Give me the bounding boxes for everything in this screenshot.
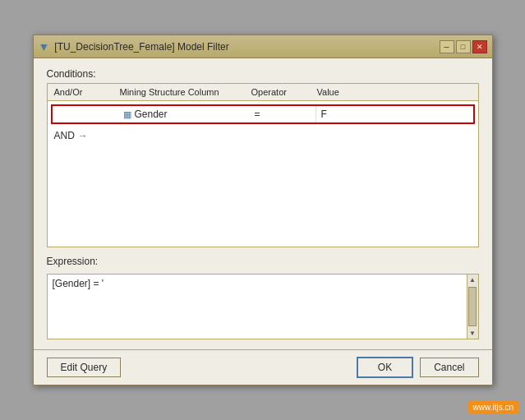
model-filter-dialog: ▼ [TU_DecisionTree_Female] Model Filter … — [33, 35, 493, 385]
and-row: AND → — [48, 127, 478, 144]
row-value: F — [321, 108, 327, 120]
title-bar: ▼ [TU_DecisionTree_Female] Model Filter … — [34, 35, 492, 58]
conditions-area: And/Or Mining Structure Column Operator … — [47, 83, 479, 247]
column-icon: ▦ — [123, 109, 131, 120]
operator-cell: = — [250, 106, 315, 122]
close-button[interactable]: ✕ — [472, 40, 487, 53]
dialog-title: [TU_DecisionTree_Female] Model Filter — [54, 41, 228, 53]
column-value: Gender — [135, 108, 168, 120]
header-value: Value — [314, 85, 475, 99]
expression-value: [Gender] = ' — [53, 278, 104, 289]
table-row[interactable]: ▦ Gender = F — [51, 104, 475, 124]
title-controls: ─ □ ✕ — [440, 40, 487, 53]
conditions-header: And/Or Mining Structure Column Operator … — [48, 84, 478, 101]
ok-button[interactable]: OK — [357, 357, 413, 378]
and-label: AND — [54, 130, 75, 141]
scroll-down-icon[interactable]: ▼ — [467, 328, 477, 339]
expression-label: Expression: — [47, 256, 479, 267]
cancel-button[interactable]: Cancel — [420, 358, 478, 377]
value-cell[interactable]: F — [315, 106, 473, 122]
operator-value: = — [255, 108, 260, 120]
conditions-body: ▦ Gender = F AND → — [48, 101, 478, 247]
conditions-label: Conditions: — [47, 68, 479, 80]
header-mining-column: Mining Structure Column — [117, 85, 248, 99]
dialog-icon: ▼ — [39, 40, 50, 53]
expression-box: [Gender] = ' ▲ ▼ — [47, 274, 479, 339]
scroll-up-icon[interactable]: ▲ — [467, 275, 477, 285]
title-bar-left: ▼ [TU_DecisionTree_Female] Model Filter — [39, 40, 229, 53]
column-cell: ▦ Gender — [118, 106, 250, 122]
header-andor: And/Or — [51, 85, 117, 99]
scroll-thumb[interactable] — [468, 287, 477, 326]
header-operator: Operator — [248, 85, 314, 99]
arrow-icon: → — [78, 130, 88, 141]
expression-scrollbar[interactable]: ▲ ▼ — [467, 275, 478, 339]
watermark: www.itjs.cn — [468, 401, 518, 413]
dialog-footer: Edit Query OK Cancel — [34, 349, 492, 385]
minimize-button[interactable]: ─ — [440, 40, 454, 53]
expression-section: Expression: [Gender] = ' ▲ ▼ — [47, 256, 479, 339]
edit-query-button[interactable]: Edit Query — [47, 358, 122, 377]
dialog-body: Conditions: And/Or Mining Structure Colu… — [34, 58, 492, 349]
conditions-section: Conditions: And/Or Mining Structure Colu… — [47, 68, 479, 247]
maximize-button[interactable]: □ — [456, 40, 471, 53]
andor-cell — [53, 112, 118, 117]
